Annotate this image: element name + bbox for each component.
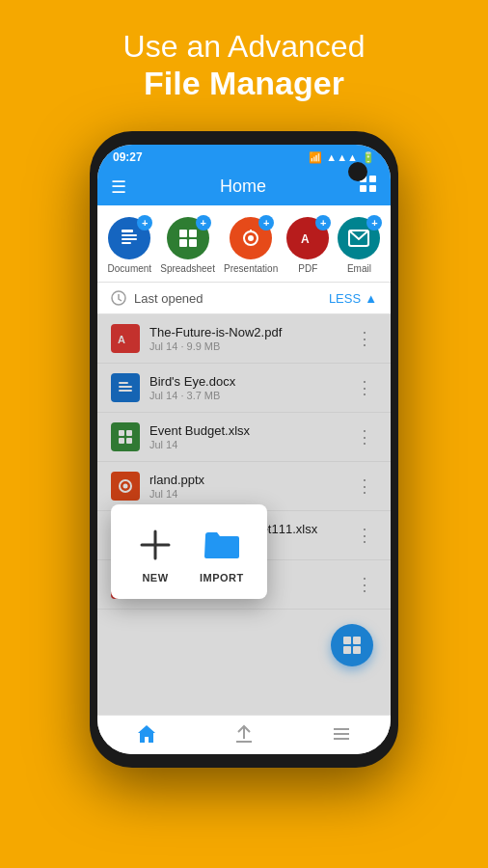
spreadsheet-label: Spreadsheet	[160, 263, 215, 274]
top-bar: ☰ Home	[97, 168, 391, 205]
quick-create-presentation[interactable]: + Presentation	[224, 217, 278, 274]
last-opened-label: Last opened	[134, 291, 203, 306]
status-icons: 📶 ▲▲▲ 🔋	[309, 151, 375, 164]
import-folder-icon	[201, 524, 243, 566]
battery-icon: 🔋	[362, 151, 375, 164]
quick-create-email[interactable]: + Email	[338, 217, 380, 274]
quick-create-document[interactable]: + Document	[108, 217, 152, 274]
status-bar: 09:27 📶 ▲▲▲ 🔋	[97, 145, 391, 168]
phone-outer: 09:27 📶 ▲▲▲ 🔋 ☰ Home	[90, 131, 398, 768]
svg-rect-3	[369, 185, 376, 192]
less-label: LESS	[329, 291, 361, 306]
popup-import-item[interactable]: IMPORT	[200, 524, 244, 583]
svg-rect-4	[122, 230, 133, 232]
svg-rect-11	[189, 239, 197, 247]
document-label: Document	[108, 263, 152, 274]
new-label: NEW	[142, 572, 168, 583]
hero-line2: File Manager	[123, 65, 366, 102]
quick-create-pdf[interactable]: A + PDF	[286, 217, 329, 274]
pdf-label: PDF	[298, 263, 317, 274]
last-opened-row: Last opened LESS ▲	[97, 283, 391, 314]
last-opened-left: Last opened	[111, 290, 203, 306]
svg-rect-7	[122, 242, 131, 244]
svg-rect-5	[122, 234, 137, 236]
wifi-icon: 📶	[309, 151, 322, 164]
chevron-up-icon: ▲	[365, 291, 377, 306]
popup-new-item[interactable]: NEW	[134, 524, 176, 583]
hero-section: Use an Advanced File Manager	[104, 0, 385, 122]
status-time: 09:27	[113, 150, 143, 164]
svg-point-13	[248, 235, 254, 241]
nav-upload[interactable]	[233, 723, 255, 745]
hamburger-icon[interactable]: ☰	[111, 176, 126, 198]
svg-rect-9	[189, 230, 197, 237]
popup-card: NEW IMPORT	[111, 504, 267, 599]
bottom-nav	[97, 715, 391, 754]
svg-text:A: A	[301, 232, 310, 246]
email-label: Email	[347, 263, 371, 274]
phone-screen: 09:27 📶 ▲▲▲ 🔋 ☰ Home	[97, 145, 391, 754]
app-title: Home	[220, 176, 266, 197]
phone-wrapper: 09:27 📶 ▲▲▲ 🔋 ☰ Home	[90, 131, 398, 768]
svg-rect-8	[179, 230, 187, 237]
quick-create-bar: + Document + Spreadshe	[97, 205, 391, 283]
svg-rect-6	[122, 238, 137, 240]
presentation-label: Presentation	[224, 263, 278, 274]
nav-menu[interactable]	[331, 723, 352, 745]
last-opened-action[interactable]: LESS ▲	[329, 291, 377, 306]
signal-icon: ▲▲▲	[326, 151, 358, 163]
camera-notch	[348, 162, 367, 181]
hero-line1: Use an Advanced	[123, 29, 366, 65]
svg-rect-1	[369, 176, 376, 182]
new-icon	[134, 524, 176, 566]
svg-rect-10	[179, 239, 187, 247]
nav-home[interactable]	[136, 723, 157, 745]
import-label: IMPORT	[200, 572, 244, 583]
quick-create-spreadsheet[interactable]: + Spreadsheet	[160, 217, 215, 274]
svg-rect-2	[360, 185, 366, 192]
file-list: A The-Future-is-Now2.pdf Jul 14 · 9.9 MB…	[97, 314, 391, 715]
